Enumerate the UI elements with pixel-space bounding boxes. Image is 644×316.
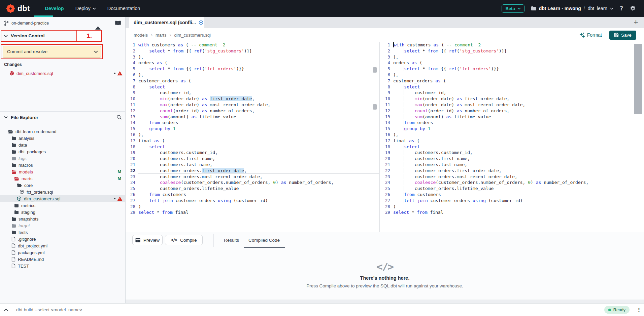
tree-item-snapshots[interactable]: snapshots (0, 215, 125, 222)
tree-item-dbt-project-yml[interactable]: dbt_project.yml (0, 242, 125, 249)
commit-and-resolve-button[interactable]: Commit and resolve (3, 46, 101, 57)
code-line[interactable]: 10 min(order_date) as first_order_date, (126, 96, 379, 102)
beta-badge[interactable]: Beta (502, 4, 524, 13)
tree-item-analysis[interactable]: analysis (0, 135, 125, 142)
tree-item-dim-customers-sql[interactable]: dim_customers.sql (0, 195, 125, 202)
code-line[interactable]: 17final as ( (380, 138, 644, 144)
changed-file-row[interactable]: dim_customers.sql (0, 70, 125, 77)
code-line[interactable]: 3), (126, 54, 379, 60)
code-line[interactable]: 13 sum(amount) as lifetime_value (126, 114, 379, 120)
help-icon[interactable]: ? (620, 5, 623, 12)
code-line[interactable]: 8 select (380, 84, 644, 90)
tree-item-staging[interactable]: staging (0, 209, 125, 215)
code-line[interactable]: 18 select (126, 144, 379, 150)
code-line[interactable]: 22 customer_orders.first_order_date, (126, 168, 379, 174)
code-line[interactable]: 3), (380, 54, 644, 60)
code-line[interactable]: 1with customers as ( -- comment 2 (380, 42, 644, 48)
code-line[interactable]: 11 max(order_date) as most_recent_order_… (126, 102, 379, 108)
code-line[interactable]: 28) (380, 204, 644, 210)
scrollbar-thumb[interactable] (373, 67, 377, 73)
code-line[interactable]: 19 customers.customer_id, (380, 150, 644, 156)
new-tab-button[interactable]: + (631, 17, 641, 28)
code-line[interactable]: 16), (126, 132, 379, 138)
scrollbar-thumb[interactable] (373, 104, 377, 110)
commit-options-dropdown[interactable] (91, 50, 101, 53)
code-line[interactable]: 22 customer_orders.first_order_date, (380, 168, 644, 174)
tree-item-logs[interactable]: logs (0, 155, 125, 162)
command-input[interactable]: dbt build --select <model_name> (16, 307, 604, 312)
code-line[interactable]: 9 customer_id, (380, 90, 644, 96)
code-line[interactable]: 9 customer_id, (126, 90, 379, 96)
code-line[interactable]: 24 coalesce(customer_orders.number_of_or… (380, 180, 644, 186)
tree-item-data[interactable]: data (0, 142, 125, 148)
pane-divider[interactable] (379, 42, 380, 232)
tree-item-macros[interactable]: macros (0, 162, 125, 168)
breadcrumb-file[interactable]: dim_customers.sql (174, 33, 210, 38)
code-line[interactable]: 25 customer_orders.lifetime_value (126, 186, 379, 192)
code-line[interactable]: 15 group by 1 (380, 126, 644, 132)
tree-item-dbt-packages[interactable]: dbt_packages (0, 148, 125, 155)
code-line[interactable]: 27 left join customer_orders using (cust… (380, 198, 644, 204)
code-line[interactable]: 28) (126, 204, 379, 210)
tree-item-packages-yml[interactable]: packages.yml (0, 249, 125, 256)
code-line[interactable]: 21 customers.last_name, (126, 162, 379, 168)
code-line[interactable]: 29select * from final (126, 209, 379, 215)
book-icon[interactable] (115, 21, 121, 26)
tree-item-test[interactable]: TEST (0, 263, 125, 269)
tree-item-readme-md[interactable]: README.md (0, 256, 125, 263)
search-icon[interactable] (116, 115, 122, 120)
code-line[interactable]: 6), (380, 72, 644, 78)
tree-item-tests[interactable]: tests (0, 229, 125, 236)
code-line[interactable]: 8 select (126, 84, 379, 90)
nav-develop[interactable]: Develop (45, 6, 64, 11)
code-line[interactable]: 12 count(order_id) as number_of_orders, (380, 108, 644, 114)
tree-item-metrics[interactable]: metrics (0, 202, 125, 209)
code-line[interactable]: 4orders as ( (380, 60, 644, 66)
nav-documentation[interactable]: Documentation (107, 6, 140, 11)
kebab-menu-icon[interactable]: ⋮ (634, 307, 644, 313)
git-branch-row[interactable]: on-demand-practice (0, 17, 125, 30)
code-line[interactable]: 17final as ( (126, 138, 379, 144)
gear-icon[interactable] (630, 5, 636, 12)
code-line[interactable]: 6), (126, 72, 379, 78)
code-line[interactable]: 5 select * from {{ ref('fct_orders')}} (126, 66, 379, 72)
code-line[interactable]: 23 customer_orders.most_recent_order_dat… (126, 174, 379, 180)
code-line[interactable]: 2 select * from {{ ref('stg_customers')}… (380, 48, 644, 54)
code-line[interactable]: 7customer_orders as ( (126, 78, 379, 84)
save-button[interactable]: Save (609, 31, 636, 40)
breadcrumb-models[interactable]: models (134, 33, 148, 38)
tree-item-dbt-learn-on-demand[interactable]: dbt-learn-on-demand (0, 128, 125, 135)
code-line[interactable]: 10 min(order_date) as first_order_date, (380, 96, 644, 102)
code-line[interactable]: 14 from orders (380, 120, 644, 126)
code-line[interactable]: 24 coalesce(customer_orders.number_of_or… (126, 180, 379, 186)
tree-item-core[interactable]: core (0, 182, 125, 189)
chevron-up-icon[interactable] (0, 309, 12, 311)
code-line[interactable]: 15 group by 1 (126, 126, 379, 132)
tree-item-models[interactable]: modelsM (0, 168, 125, 175)
tab-dim-customers[interactable]: dim_customers.sql (confli... (129, 17, 204, 28)
code-line[interactable]: 26 from customers (380, 192, 644, 198)
file-explorer-header[interactable]: File Explorer (0, 112, 125, 123)
tree-item-fct-orders-sql[interactable]: fct_orders.sql (0, 189, 125, 195)
code-line[interactable]: 5 select * from {{ ref('fct_orders')}} (380, 66, 644, 72)
code-line[interactable]: 23 customer_orders.most_recent_order_dat… (380, 174, 644, 180)
code-line[interactable]: 21 customers.last_name, (380, 162, 644, 168)
code-line[interactable]: 26 from customers (126, 192, 379, 198)
code-line[interactable]: 12 count(order_id) as number_of_orders, (126, 108, 379, 114)
code-line[interactable]: 4orders as ( (126, 60, 379, 66)
code-line[interactable]: 29select * from final (380, 209, 644, 215)
code-pane-left[interactable]: 1with customers as ( -- comment 22 selec… (126, 42, 379, 232)
code-line[interactable]: 19 customers.customer_id, (126, 150, 379, 156)
code-line[interactable]: 25 customer_orders.lifetime_value (380, 186, 644, 192)
code-line[interactable]: 27 left join customer_orders using (cust… (126, 198, 379, 204)
tree-item-marts[interactable]: martsM (0, 175, 125, 182)
breadcrumb-marts[interactable]: marts (156, 33, 167, 38)
code-line[interactable]: 11 max(order_date) as most_recent_order_… (380, 102, 644, 108)
code-line[interactable]: 18 select (380, 144, 644, 150)
tree-item--gitignore[interactable]: .gitignore (0, 236, 125, 242)
code-line[interactable]: 14 from orders (126, 120, 379, 126)
nav-deploy[interactable]: Deploy (75, 6, 96, 11)
scrollbar-thumb[interactable] (634, 44, 642, 114)
format-button[interactable]: Format (579, 32, 602, 38)
tree-item-target[interactable]: target (0, 222, 125, 229)
